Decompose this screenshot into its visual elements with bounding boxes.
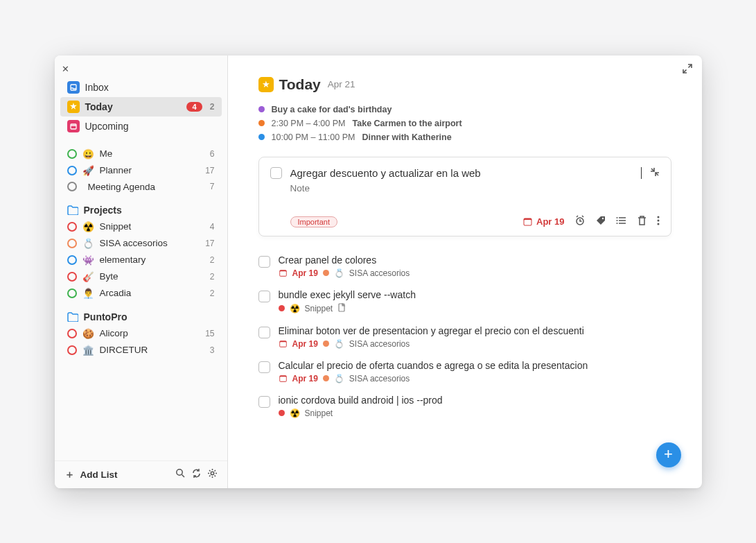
sidebar-list-item[interactable]: 👨‍💼Arcadia2 <box>60 285 222 302</box>
expand-icon[interactable] <box>683 64 692 76</box>
project-emoji: 💍 <box>334 268 344 278</box>
project-dot-icon <box>279 410 285 416</box>
collapse-icon[interactable] <box>650 167 660 179</box>
attachment-icon <box>337 303 346 314</box>
task-row[interactable]: ionic cordova build android | ios --prod… <box>258 389 671 424</box>
sidebar-list-item[interactable]: 👾elementary2 <box>60 252 222 268</box>
nav-upcoming-label: Upcoming <box>85 121 129 132</box>
search-icon[interactable] <box>175 468 186 481</box>
sidebar-list-item[interactable]: 🏛️DIRCETUR3 <box>60 342 222 359</box>
event-row[interactable]: Buy a cake for dad's birthday <box>258 103 671 117</box>
sidebar-list-item[interactable]: 💍SISA accesorios17 <box>60 235 222 252</box>
svg-rect-1 <box>71 124 76 129</box>
list-count: 17 <box>205 239 214 248</box>
event-time: 2:30 PM – 4:00 PM <box>272 119 346 128</box>
add-icon[interactable]: ＋ <box>64 468 75 481</box>
task-list: Crear panel de coloresApr 19💍SISA acceso… <box>258 249 671 424</box>
editor-due-text: Apr 19 <box>536 216 564 227</box>
svg-point-8 <box>616 217 617 218</box>
list-name: Byte <box>100 271 118 282</box>
editor-due-date[interactable]: Apr 19 <box>522 216 564 227</box>
list-emoji: 🚀 <box>82 165 94 176</box>
task-row[interactable]: Crear panel de coloresApr 19💍SISA acceso… <box>258 249 671 284</box>
tag-icon[interactable] <box>595 215 606 229</box>
task-row[interactable]: Eliminar boton ver de presentacion y agr… <box>258 320 671 354</box>
list-count: 3 <box>208 345 215 355</box>
calendar-icon <box>279 339 288 348</box>
list-count: 2 <box>208 255 215 265</box>
nav-inbox-label: Inbox <box>85 82 109 93</box>
svg-point-3 <box>211 472 213 474</box>
list-name: Alicorp <box>100 328 128 338</box>
svg-point-13 <box>657 223 659 225</box>
list-count: 4 <box>208 222 215 232</box>
section-projects-label: Projects <box>84 205 122 216</box>
nav-upcoming[interactable]: Upcoming <box>60 117 222 136</box>
task-title: bundle exec jekyll serve --watch <box>279 289 671 300</box>
sidebar-list-item[interactable]: Meeting Agenda7 <box>60 179 222 195</box>
svg-point-2 <box>176 469 182 475</box>
task-meta: ☢️Snippet <box>279 408 671 418</box>
task-checkbox[interactable] <box>258 291 270 302</box>
task-checkbox[interactable] <box>258 327 270 338</box>
list-name: Me <box>100 148 113 159</box>
editor-note-input[interactable] <box>290 183 407 193</box>
task-title: Eliminar boton ver de presentacion y agr… <box>279 325 671 336</box>
editor-label-important[interactable]: Important <box>290 216 337 227</box>
nav-today[interactable]: ★ Today 4 2 <box>60 97 222 117</box>
add-task-fab[interactable]: + <box>656 442 681 467</box>
close-icon[interactable]: ✕ <box>62 64 69 74</box>
reminder-icon[interactable] <box>574 215 586 229</box>
sidebar-list-item[interactable]: 😀Me6 <box>60 146 222 162</box>
sync-icon[interactable] <box>191 468 202 481</box>
task-meta: Apr 19💍SISA accesorios <box>279 374 671 383</box>
sidebar-list-item[interactable]: 🍪Alicorp15 <box>60 325 222 342</box>
list-name: DIRCETUR <box>100 345 148 355</box>
sidebar-list-item[interactable]: 🚀Planner17 <box>60 162 222 179</box>
nav-inbox[interactable]: Inbox <box>60 78 222 97</box>
folder-icon <box>67 205 78 215</box>
event-row[interactable]: 2:30 PM – 4:00 PMTake Carmen to the airp… <box>258 117 671 130</box>
list-name: Planner <box>100 165 132 175</box>
app-window: ✕ Inbox ★ Today 4 2 Upcoming <box>55 55 702 488</box>
puntopro-lists: 🍪Alicorp15🏛️DIRCETUR3 <box>60 325 222 359</box>
editor-checkbox[interactable] <box>270 167 282 179</box>
list-emoji: ☢️ <box>82 221 94 232</box>
task-checkbox[interactable] <box>258 361 270 373</box>
project-dot-icon <box>279 305 285 311</box>
event-dot-icon <box>258 106 265 112</box>
task-checkbox[interactable] <box>258 396 270 408</box>
project-dot-icon <box>323 375 329 381</box>
task-meta: Apr 19💍SISA accesorios <box>279 339 671 349</box>
list-name: SISA accesorios <box>100 238 168 248</box>
more-icon[interactable] <box>657 215 660 229</box>
task-checkbox[interactable] <box>258 256 270 268</box>
list-color-icon <box>67 272 77 282</box>
editor-title-input[interactable] <box>290 167 642 179</box>
sidebar-scroll: Inbox ★ Today 4 2 Upcoming 😀Me6🚀Planner1… <box>55 55 227 460</box>
add-list-button[interactable]: Add List <box>80 469 118 480</box>
upcoming-icon <box>67 120 80 132</box>
event-dot-icon <box>258 134 265 140</box>
delete-icon[interactable] <box>637 215 647 229</box>
project-emoji: 💍 <box>334 339 344 349</box>
event-row[interactable]: 10:00 PM – 11:00 PMDinner with Katherine <box>258 130 671 144</box>
task-row[interactable]: Calcular el precio de oferta cuandos e a… <box>258 354 671 389</box>
settings-icon[interactable] <box>207 468 218 481</box>
task-title: Calcular el precio de oferta cuandos e a… <box>279 360 671 371</box>
checklist-icon[interactable] <box>616 215 627 229</box>
task-row[interactable]: bundle exec jekyll serve --watch☢️Snippe… <box>258 284 671 320</box>
project-name: SISA accesorios <box>349 268 410 278</box>
list-emoji: 👾 <box>82 255 94 266</box>
project-name: Snippet <box>305 408 333 418</box>
sidebar-list-item[interactable]: ☢️Snippet4 <box>60 218 222 235</box>
list-count: 6 <box>208 149 215 159</box>
list-count: 7 <box>208 182 215 191</box>
inbox-icon <box>67 81 80 94</box>
section-projects[interactable]: Projects <box>60 202 222 218</box>
section-puntopro[interactable]: PuntoPro <box>60 309 222 325</box>
task-due: Apr 19 <box>292 268 318 278</box>
sidebar-list-item[interactable]: 🎸Byte2 <box>60 268 222 285</box>
svg-rect-0 <box>71 85 76 90</box>
project-name: SISA accesorios <box>349 374 410 383</box>
